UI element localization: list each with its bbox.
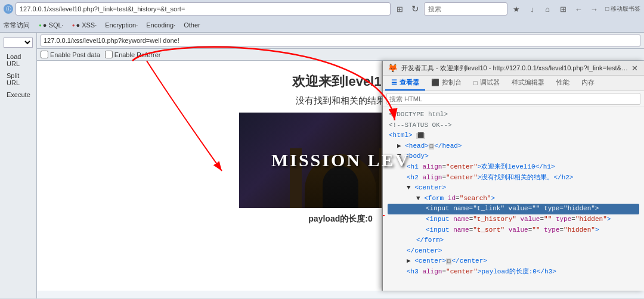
code-line-comment: <!--STATUS OK--> <box>388 120 639 131</box>
code-line-form-close: </form> <box>388 235 639 246</box>
code-line-html: <html> ⬛ <box>388 130 639 141</box>
back-button[interactable]: ← <box>572 2 585 15</box>
refresh-button[interactable]: ↻ <box>408 2 422 15</box>
xss-dot-icon: ● <box>72 23 75 28</box>
sql-button[interactable]: ● ● SQL· <box>35 20 68 30</box>
code-line-center1: ▼ <center> <box>388 183 639 194</box>
code-line-h3: <h3 align="center">payload的长度:0</h3> <box>388 267 639 278</box>
toolbar-row: 常常访问 ● ● SQL· ● ● XSS· Encryption· Encod… <box>0 18 644 33</box>
encoding-button[interactable]: Encoding· <box>142 20 179 30</box>
forward-button[interactable]: → <box>587 2 600 15</box>
firefox-icon: 🦊 <box>388 63 398 73</box>
devtools-code: <!DOCTYPE html> <!--STATUS OK--> <html> … <box>383 107 644 278</box>
code-line-center2: ▶ <center>□</center> <box>388 256 639 267</box>
tab-performance[interactable]: 性能 <box>550 76 575 91</box>
home-button[interactable]: ⌂ <box>541 2 554 15</box>
code-line-input-tlink: <input name="t_link" value="" type="hidd… <box>388 204 639 214</box>
devtools-panel: 🦊 开发者工具 - 欢迎来到level10 - http://127.0.0.1… <box>382 61 644 291</box>
debugger-icon: □ <box>473 79 478 86</box>
url-display-row <box>37 33 644 49</box>
code-line-center1-close: </center> <box>388 246 639 257</box>
code-line-body: ▼ <body> <box>388 151 639 162</box>
console-icon: ⬛ <box>431 79 439 86</box>
other-button[interactable]: Other <box>179 20 205 30</box>
tab-memory[interactable]: 内存 <box>575 76 600 91</box>
load-url-input[interactable] <box>41 35 640 46</box>
inner-red-arrow <box>383 210 388 222</box>
mission-text: Mission Lev <box>271 150 410 170</box>
browser-chrome: ⓘ ⊞ ↻ ★ ↓ ⌂ ⊞ ← → □ 移动版书签 常常访问 ● ● SQL· … <box>0 0 644 33</box>
sql-dot-icon: ● <box>39 23 42 28</box>
code-line-head: ▶ <head>□</head> <box>388 141 639 152</box>
address-bar-row: ⓘ ⊞ ↻ ★ ↓ ⌂ ⊞ ← → □ 移动版书签 <box>0 0 644 18</box>
devtools-close-icon[interactable]: ✕ <box>631 64 638 73</box>
devtools-tabs: ☰ 查看器 ⬛ 控制台 □ 调试器 样式编辑器 性能 <box>383 76 644 91</box>
code-line-input-thistory: <input name="t_history" value="" type="h… <box>388 214 639 225</box>
devtools-search-row <box>383 91 644 107</box>
load-url-button[interactable]: Load URL <box>4 51 33 69</box>
inspector-icon: ☰ <box>391 79 397 86</box>
star-button[interactable]: ★ <box>510 2 523 15</box>
devtools-header: 🦊 开发者工具 - 欢迎来到level10 - http://127.0.0.1… <box>383 61 644 76</box>
enable-referrer-checkbox[interactable] <box>105 51 113 58</box>
enable-post-checkbox[interactable] <box>41 51 48 58</box>
code-line-form: ▼ <form id="search"> <box>388 194 639 204</box>
execute-button[interactable]: Execute <box>4 89 33 100</box>
code-line-body-close: </body> <box>388 278 639 278</box>
devtools-title: 开发者工具 - 欢迎来到level10 - http://127.0.0.1/x… <box>401 64 629 73</box>
code-line-h2: <h2 align="center">没有找到和相关的结果。</h2> <box>388 173 639 183</box>
sidebar-dropdown[interactable] <box>4 38 33 48</box>
sidebar: Load URL Split URL Execute <box>0 33 37 298</box>
devtools-search-input[interactable] <box>386 93 640 105</box>
main-area: Load URL Split URL Execute Enable Post d… <box>0 33 644 298</box>
tab-inspector[interactable]: ☰ 查看器 <box>385 76 425 91</box>
enable-post-label: Enable Post data <box>41 51 100 58</box>
encryption-button[interactable]: Encryption· <box>101 20 142 30</box>
html-badge: ⬛ <box>416 133 425 139</box>
search-input[interactable] <box>424 2 507 15</box>
xss-button[interactable]: ● ● XSS· <box>68 20 101 30</box>
sync-button[interactable]: ⊞ <box>556 2 569 15</box>
tab-console[interactable]: ⬛ 控制台 <box>425 76 467 91</box>
grid-icon[interactable]: ⊞ <box>393 2 406 15</box>
options-row: Enable Post data Enable Referrer <box>37 49 644 60</box>
sidebar-content: Load URL Split URL Execute <box>1 35 35 102</box>
security-icon: ⓘ <box>4 4 13 14</box>
code-line-input-tsort: <input name="t_sort" value="" type="hidd… <box>388 225 639 236</box>
code-line-h1: <h1 align="center">欢迎来到level10</h1> <box>388 162 639 173</box>
mobile-label: □ 移动版书签 <box>605 5 640 13</box>
tab-style-editor[interactable]: 样式编辑器 <box>506 76 550 91</box>
enable-referrer-label: Enable Referrer <box>105 51 161 58</box>
code-line-doctype: <!DOCTYPE html> <box>388 110 639 120</box>
download-button[interactable]: ↓ <box>525 2 538 15</box>
split-url-button[interactable]: Split URL <box>4 70 33 88</box>
tab-debugger[interactable]: □ 调试器 <box>467 76 506 91</box>
content-area: Enable Post data Enable Referrer <box>37 33 644 298</box>
freq-visit-label: 常常访问 <box>4 21 30 30</box>
address-input[interactable] <box>16 2 391 15</box>
